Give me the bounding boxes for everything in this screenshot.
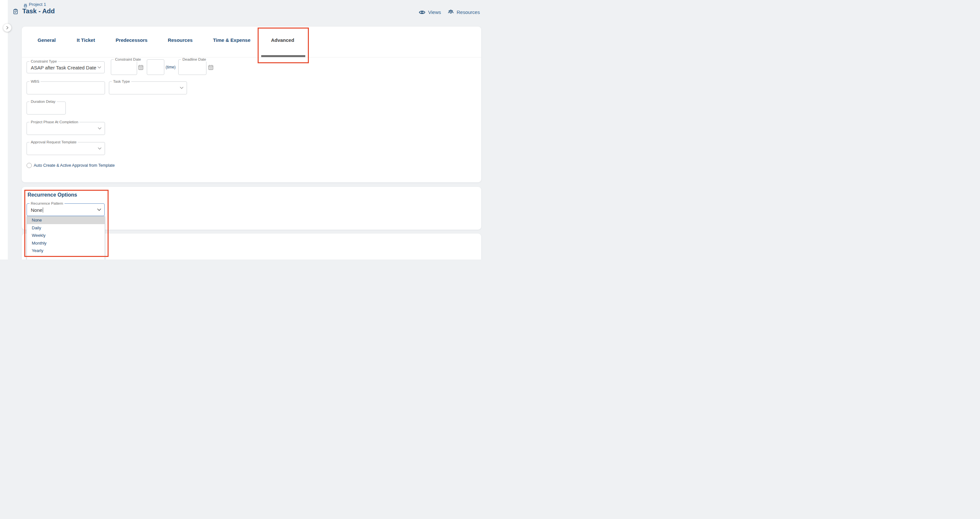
recurrence-options-title: Recurrence Options xyxy=(27,192,77,198)
tab-general[interactable]: General xyxy=(34,36,60,44)
tabs-divider xyxy=(22,57,481,57)
deadline-date-label: Deadline Date xyxy=(181,57,207,62)
tab-advanced[interactable]: Advanced xyxy=(266,36,299,44)
duration-delay-input[interactable]: Duration Delay xyxy=(27,102,66,115)
project-phase-label: Project Phase At Completion xyxy=(30,120,80,124)
chevron-right-icon xyxy=(6,26,9,30)
chevron-down-icon xyxy=(97,209,101,211)
chevron-down-icon xyxy=(180,87,183,89)
recurrence-pattern-value: None xyxy=(31,207,43,212)
constraint-type-value: ASAP after Task Created Date xyxy=(31,65,96,70)
constraint-time-input[interactable] xyxy=(147,59,164,75)
tab-predecessors[interactable]: Predecessors xyxy=(112,36,151,44)
constraint-type-select[interactable]: Constraint Type ASAP after Task Created … xyxy=(27,61,105,73)
views-button[interactable]: Views xyxy=(419,10,441,15)
wbs-input[interactable]: WBS xyxy=(27,81,105,94)
tab-time-expense[interactable]: Time & Expense xyxy=(211,36,253,44)
deadline-date-input[interactable]: Deadline Date xyxy=(178,59,207,75)
tab-resources[interactable]: Resources xyxy=(167,36,193,44)
resources-label: Resources xyxy=(457,10,480,15)
recurrence-pattern-select[interactable]: Recurrence Pattern None xyxy=(27,203,105,216)
approval-template-select[interactable]: Approval Request Template xyxy=(27,142,105,155)
active-tab-underline xyxy=(261,55,305,57)
eye-icon xyxy=(419,10,425,15)
text-cursor xyxy=(43,207,43,212)
dropdown-option-yearly[interactable]: Yearly xyxy=(27,247,105,255)
wbs-label: WBS xyxy=(30,80,40,84)
time-hint-label: (time) xyxy=(165,65,176,69)
task-form-card: General It Ticket Predecessors Resources… xyxy=(22,27,481,182)
project-phase-select[interactable]: Project Phase At Completion xyxy=(27,122,105,135)
auto-create-radio-label[interactable]: Auto Create & Active Approval from Templ… xyxy=(34,163,115,168)
collapsed-sidebar xyxy=(0,0,8,260)
approval-template-label: Approval Request Template xyxy=(30,140,78,144)
task-icon xyxy=(13,8,19,14)
dropdown-option-monthly[interactable]: Monthly xyxy=(27,240,105,247)
duration-delay-label: Duration Delay xyxy=(30,100,57,104)
dropdown-option-weekly[interactable]: Weekly xyxy=(27,232,105,240)
auto-create-radio[interactable] xyxy=(27,163,32,168)
recurrence-pattern-dropdown: None Daily Weekly Monthly Yearly xyxy=(27,216,105,260)
task-type-select[interactable]: Task Type xyxy=(109,81,187,94)
deadline-date-calendar-icon[interactable] xyxy=(208,64,214,70)
constraint-type-label: Constraint Type xyxy=(30,59,58,64)
constraint-date-label: Constraint Date xyxy=(114,57,142,62)
views-label: Views xyxy=(428,10,441,15)
breadcrumb-project[interactable]: Project 1 xyxy=(29,2,46,7)
sidebar-expand-button[interactable] xyxy=(3,24,11,32)
people-group-icon xyxy=(447,9,454,15)
chevron-down-icon xyxy=(98,148,102,150)
dropdown-option-daily[interactable]: Daily xyxy=(27,224,105,232)
chevron-down-icon xyxy=(98,128,102,130)
recurrence-pattern-label: Recurrence Pattern xyxy=(30,201,65,206)
constraint-date-input[interactable]: Constraint Date xyxy=(111,59,137,75)
chevron-down-icon xyxy=(97,66,101,69)
tab-it-ticket[interactable]: It Ticket xyxy=(73,36,99,44)
page-title: Task - Add xyxy=(22,8,55,15)
constraint-date-calendar-icon[interactable] xyxy=(138,64,144,70)
dropdown-option-none[interactable]: None xyxy=(27,216,105,224)
task-type-label: Task Type xyxy=(112,80,131,84)
resources-button[interactable]: Resources xyxy=(447,9,480,15)
